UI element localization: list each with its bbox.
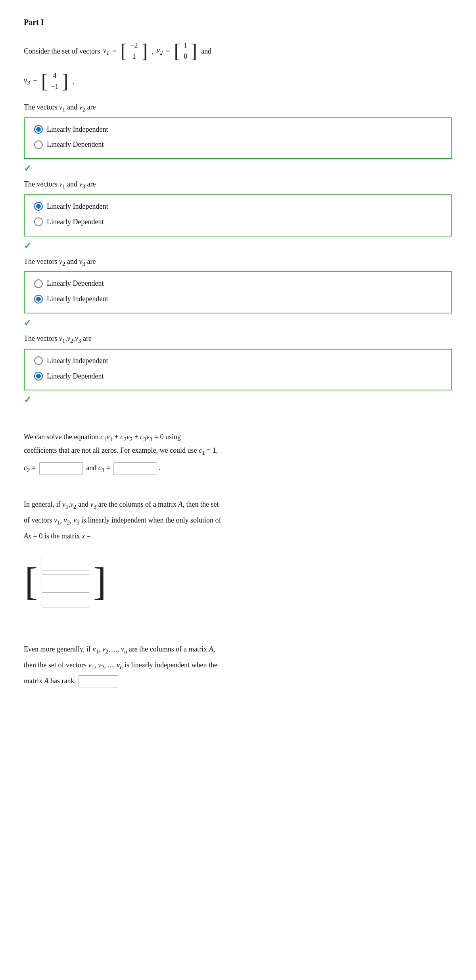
v2-row2: 0 [184, 51, 187, 62]
q4-option-dependent[interactable]: Linearly Dependent [34, 371, 442, 382]
prose1-line2: coefficients that are not all zeros. For… [24, 444, 452, 458]
v1-left-bracket: [ [120, 40, 128, 63]
v1-var: v1 [103, 45, 109, 58]
question-2-section: The vectors v1 and v3 are Linearly Indep… [24, 179, 452, 252]
q1-radio-independent[interactable] [34, 125, 43, 134]
q1-checkmark: ✓ [24, 161, 31, 175]
prose3-line3: matrix A has rank [24, 675, 452, 688]
v1-row2: 1 [132, 51, 136, 62]
prose-block-3: Even more generally, if v1, v2, ..., vn … [24, 643, 452, 688]
intro-text-before: Consider the set of vectors [24, 46, 100, 57]
q2-checkmark-row: ✓ [24, 239, 452, 253]
question-3-section: The vectors v2 and v3 are Linearly Depen… [24, 256, 452, 330]
q1-radio-dependent[interactable] [34, 140, 43, 149]
intro-eq2: = [166, 46, 170, 57]
prose2-line2: of vectors v1, v2, v3 is linearly indepe… [24, 514, 452, 528]
q2-radio-dependent[interactable] [34, 217, 43, 226]
prose2-line1: In general, if v1,v2 and v3 are the colu… [24, 498, 452, 512]
v2-right-bracket: ] [190, 40, 198, 63]
q4-radio-dependent[interactable] [34, 372, 43, 380]
q3-checkmark: ✓ [24, 316, 31, 330]
c2-input[interactable] [39, 462, 83, 475]
v3-right-bracket: ] [61, 70, 69, 93]
x-matrix-row2-input[interactable] [42, 574, 89, 589]
v3-row1: 4 [53, 71, 57, 81]
prose3-line1: Even more generally, if v1, v2, ..., vn … [24, 643, 452, 657]
q4-label-dependent: Linearly Dependent [47, 371, 104, 382]
rank-input[interactable] [79, 675, 118, 688]
prose1-line1: We can solve the equation c1v1 + c2v2 + … [24, 431, 452, 444]
intro-and: and [201, 46, 211, 57]
q1-answer-box: Linearly Independent Linearly Dependent [24, 117, 452, 159]
q2-answer-box: Linearly Independent Linearly Dependent [24, 194, 452, 236]
intro-section: Consider the set of vectors v1 = [ −2 1 … [24, 40, 452, 93]
q3-radio-inner-independent [36, 297, 41, 302]
v3-eq: = [33, 76, 37, 87]
q1-option-independent[interactable]: Linearly Independent [34, 124, 442, 135]
v3-period: . [72, 76, 74, 87]
v3-row2: −1 [51, 81, 58, 92]
c3-input[interactable] [113, 462, 157, 475]
q4-checkmark: ✓ [24, 393, 31, 407]
q4-radio-inner-dependent [36, 374, 41, 379]
q2-radio-inner-independent [36, 204, 41, 209]
q1-label-independent: Linearly Independent [47, 124, 108, 135]
v2-var: v2 [157, 45, 163, 58]
v2-left-bracket: [ [173, 40, 181, 63]
q2-label-independent: Linearly Independent [47, 201, 108, 212]
intro-comma: , [152, 46, 154, 57]
x-matrix-row1-input[interactable] [42, 556, 89, 571]
prose-block-2: In general, if v1,v2 and v3 are the colu… [24, 498, 452, 617]
v2-values: 1 0 [181, 40, 190, 63]
q4-label-independent: Linearly Independent [47, 355, 108, 367]
q2-option-dependent[interactable]: Linearly Dependent [34, 216, 442, 228]
prose3-line2: then the set of vectors v1, v2, ..., vn … [24, 659, 452, 673]
intro-line: Consider the set of vectors v1 = [ −2 1 … [24, 40, 452, 63]
q3-radio-independent[interactable] [34, 295, 43, 304]
v1-matrix: [ −2 1 ] [120, 40, 149, 63]
v3-values: 4 −1 [48, 70, 61, 93]
q1-radio-inner-independent [36, 127, 41, 132]
q3-label-dependent: Linearly Dependent [47, 278, 104, 289]
q4-label: The vectors v1,v2,v3 are [24, 333, 452, 346]
q4-radio-independent[interactable] [34, 356, 43, 365]
q1-label-dependent: Linearly Dependent [47, 139, 104, 150]
q3-radio-dependent[interactable] [34, 279, 43, 288]
q3-answer-box: Linearly Dependent Linearly Independent [24, 271, 452, 313]
q3-option-dependent[interactable]: Linearly Dependent [34, 278, 442, 289]
part-title: Part I [24, 16, 452, 29]
q3-label: The vectors v2 and v3 are [24, 256, 452, 269]
x-matrix-right-bracket: ] [92, 552, 107, 611]
v2-row1: 1 [184, 40, 187, 51]
v1-right-bracket: ] [140, 40, 149, 63]
x-matrix-left-bracket: [ [24, 552, 38, 611]
v3-matrix: [ 4 −1 ] [40, 70, 69, 93]
q2-checkmark: ✓ [24, 239, 31, 253]
x-matrix-input-block: [ ] [24, 552, 107, 611]
x-matrix-inputs [38, 552, 92, 611]
q4-option-independent[interactable]: Linearly Independent [34, 355, 442, 367]
q2-label-dependent: Linearly Dependent [47, 216, 104, 228]
q4-answer-box: Linearly Independent Linearly Dependent [24, 349, 452, 391]
q3-label-independent: Linearly Independent [47, 293, 108, 305]
v3-left-bracket: [ [40, 70, 49, 93]
intro-eq1: = [112, 46, 116, 57]
prose1-inputs-line: c2 = and c3 = . [24, 462, 452, 475]
q1-checkmark-row: ✓ [24, 161, 452, 175]
v1-row1: −2 [130, 40, 138, 51]
q3-checkmark-row: ✓ [24, 316, 452, 330]
q2-radio-independent[interactable] [34, 202, 43, 211]
q1-label: The vectors v1 and v2 are [24, 102, 452, 114]
q4-checkmark-row: ✓ [24, 393, 452, 407]
x-matrix-row3-input[interactable] [42, 592, 89, 607]
v1-values: −2 1 [128, 40, 140, 63]
prose-block-1: We can solve the equation c1v1 + c2v2 + … [24, 431, 452, 475]
q3-option-independent[interactable]: Linearly Independent [34, 293, 442, 305]
prose2-eq-line: Ax = 0 is the matrix x = [24, 530, 452, 542]
question-4-section: The vectors v1,v2,v3 are Linearly Indepe… [24, 333, 452, 407]
v3-var: v3 [24, 75, 30, 88]
q2-label: The vectors v1 and v3 are [24, 179, 452, 191]
q2-option-independent[interactable]: Linearly Independent [34, 201, 442, 212]
v2-matrix: [ 1 0 ] [173, 40, 198, 63]
q1-option-dependent[interactable]: Linearly Dependent [34, 139, 442, 150]
